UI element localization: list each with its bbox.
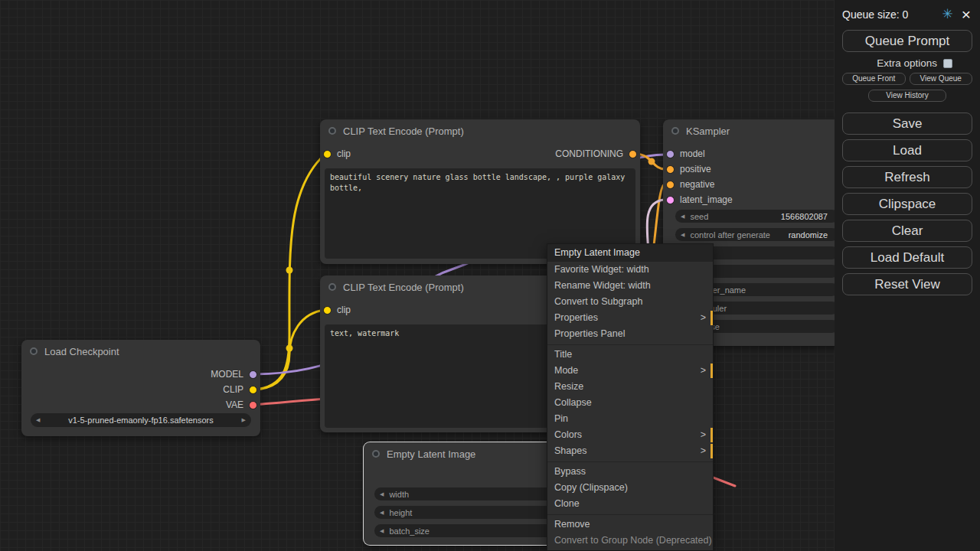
extra-options-checkbox[interactable] bbox=[943, 59, 952, 68]
clip-port-icon[interactable] bbox=[323, 150, 332, 158]
input-slot-negative[interactable]: negative bbox=[666, 178, 714, 191]
output-slot-model[interactable]: MODEL bbox=[211, 368, 257, 380]
slot-label: CONDITIONING bbox=[555, 148, 623, 159]
collapse-dot-icon[interactable] bbox=[30, 347, 38, 355]
submenu-arrow-icon: > bbox=[701, 310, 706, 326]
decrement-arrow-icon[interactable]: ◀ bbox=[380, 528, 384, 534]
next-arrow-icon[interactable]: ▶ bbox=[242, 417, 246, 423]
input-slot-model[interactable]: model bbox=[666, 148, 705, 160]
node-title: CLIP Text Encode (Prompt) bbox=[343, 126, 464, 137]
clip-port-icon[interactable] bbox=[323, 306, 332, 315]
node-title-bar[interactable]: KSampler bbox=[663, 119, 851, 142]
node-title-bar[interactable]: CLIP Text Encode (Prompt) bbox=[320, 119, 640, 142]
submenu-arrow-icon: > bbox=[701, 443, 706, 459]
menu-item-colors[interactable]: Colors > bbox=[547, 427, 713, 443]
node-load-checkpoint[interactable]: Load Checkpoint MODEL CLIP VAE ◀ v1-5-pr… bbox=[21, 340, 260, 436]
settings-gear-icon[interactable]: ✳ bbox=[942, 6, 952, 22]
menu-item-mode[interactable]: Mode > bbox=[547, 363, 713, 379]
context-menu-title: Empty Latent Image bbox=[547, 244, 713, 262]
node-title-bar[interactable]: Load Checkpoint bbox=[21, 340, 260, 363]
refresh-button[interactable]: Refresh bbox=[842, 166, 972, 188]
menu-item-resize[interactable]: Resize bbox=[547, 379, 713, 395]
view-history-button[interactable]: View History bbox=[868, 90, 946, 102]
widget-value: 1566802087 bbox=[781, 212, 828, 221]
conditioning-port-icon[interactable] bbox=[666, 181, 675, 189]
decrement-arrow-icon[interactable]: ◀ bbox=[681, 232, 684, 238]
decrement-arrow-icon[interactable]: ◀ bbox=[380, 510, 384, 516]
menu-item-remove[interactable]: Remove bbox=[547, 517, 713, 533]
clipspace-button[interactable]: Clipspace bbox=[842, 193, 972, 215]
save-button[interactable]: Save bbox=[842, 112, 972, 135]
conditioning-port-icon[interactable] bbox=[629, 150, 637, 158]
ckpt-name-value: v1-5-pruned-emaonly-fp16.safetensors bbox=[68, 416, 214, 425]
queue-prompt-button[interactable]: Queue Prompt bbox=[842, 30, 972, 52]
node-title: KSampler bbox=[686, 126, 730, 137]
menu-item-properties[interactable]: Properties > bbox=[547, 310, 713, 326]
close-icon[interactable]: × bbox=[962, 8, 971, 21]
node-graph-canvas[interactable]: Load Checkpoint MODEL CLIP VAE ◀ v1-5-pr… bbox=[0, 0, 980, 551]
link-dot bbox=[648, 158, 655, 165]
latent-port-icon[interactable] bbox=[666, 196, 675, 204]
extra-options-label: Extra options bbox=[877, 57, 937, 69]
menu-item-clone[interactable]: Clone bbox=[547, 496, 713, 512]
menu-item-label: Shapes bbox=[554, 445, 586, 456]
seed-widget[interactable]: ◀ seed 1566802087 bbox=[675, 210, 838, 223]
input-slot-clip[interactable]: clip bbox=[323, 148, 351, 160]
link-dot bbox=[286, 267, 293, 274]
menu-item-favorite-widget[interactable]: Favorite Widget: width bbox=[547, 262, 713, 278]
clip-port-icon[interactable] bbox=[249, 386, 257, 394]
widget-label: seed bbox=[690, 212, 708, 221]
reset-view-button[interactable]: Reset View bbox=[842, 273, 972, 295]
output-slot-vae[interactable]: VAE bbox=[226, 399, 257, 411]
menu-separator bbox=[547, 514, 713, 515]
input-slot-positive[interactable]: positive bbox=[666, 163, 711, 175]
menu-item-bypass[interactable]: Bypass bbox=[547, 464, 713, 480]
output-slot-conditioning[interactable]: CONDITIONING bbox=[555, 148, 637, 160]
slot-label: latent_image bbox=[680, 194, 733, 205]
menu-item-copy-clipspace[interactable]: Copy (Clipspace) bbox=[547, 480, 713, 496]
widget-label: height bbox=[389, 508, 412, 517]
input-slot-clip[interactable]: clip bbox=[323, 304, 351, 316]
menu-item-collapse[interactable]: Collapse bbox=[547, 395, 713, 411]
slot-label: clip bbox=[337, 305, 351, 315]
decrement-arrow-icon[interactable]: ◀ bbox=[681, 214, 684, 220]
menu-item-label: Colors bbox=[554, 429, 582, 440]
slot-label: model bbox=[680, 148, 705, 159]
menu-item-pin[interactable]: Pin bbox=[547, 411, 713, 427]
slot-label: clip bbox=[337, 148, 351, 159]
menu-item-convert-to-subgraph[interactable]: Convert to Subgraph bbox=[547, 294, 713, 310]
ckpt-name-widget[interactable]: ◀ v1-5-pruned-emaonly-fp16.safetensors ▶ bbox=[31, 413, 251, 427]
menu-item-shapes[interactable]: Shapes > bbox=[547, 443, 713, 459]
model-port-icon[interactable] bbox=[666, 150, 675, 158]
collapse-dot-icon[interactable] bbox=[328, 127, 336, 135]
model-port-icon[interactable] bbox=[249, 370, 257, 379]
load-default-button[interactable]: Load Default bbox=[842, 246, 972, 269]
clear-button[interactable]: Clear bbox=[842, 220, 972, 242]
node-clip-text-encode-positive[interactable]: CLIP Text Encode (Prompt) clip CONDITION… bbox=[320, 119, 640, 264]
submenu-arrow-icon: > bbox=[701, 427, 706, 443]
menu-item-label: Properties bbox=[554, 312, 598, 323]
widget-label: control after generate bbox=[690, 230, 770, 240]
menu-item-title[interactable]: Title bbox=[547, 347, 713, 363]
prev-arrow-icon[interactable]: ◀ bbox=[36, 417, 40, 423]
collapse-dot-icon[interactable] bbox=[328, 283, 336, 291]
output-slot-clip[interactable]: CLIP bbox=[223, 383, 257, 396]
menu-separator bbox=[547, 461, 713, 462]
comfy-menu-panel: Queue size: 0 ✳ × Queue Prompt Extra opt… bbox=[835, 0, 980, 551]
collapse-dot-icon[interactable] bbox=[671, 127, 679, 135]
conditioning-port-icon[interactable] bbox=[666, 165, 675, 174]
decrement-arrow-icon[interactable]: ◀ bbox=[380, 491, 384, 497]
widget-value: randomize bbox=[789, 230, 828, 240]
control-after-generate-widget[interactable]: ◀ control after generate randomize bbox=[675, 228, 838, 241]
collapse-dot-icon[interactable] bbox=[372, 450, 380, 458]
menu-item-rename-widget[interactable]: Rename Widget: width bbox=[547, 278, 713, 294]
vae-port-icon[interactable] bbox=[249, 401, 257, 409]
slot-label: VAE bbox=[226, 399, 243, 410]
menu-item-properties-panel[interactable]: Properties Panel bbox=[547, 326, 713, 342]
load-button[interactable]: Load bbox=[842, 139, 972, 161]
slot-label: negative bbox=[680, 179, 714, 190]
view-queue-button[interactable]: View Queue bbox=[910, 73, 973, 85]
input-slot-latent-image[interactable]: latent_image bbox=[666, 194, 733, 206]
menu-item-convert-to-group-node[interactable]: Convert to Group Node (Deprecated) bbox=[547, 533, 713, 549]
queue-front-button[interactable]: Queue Front bbox=[842, 73, 906, 85]
